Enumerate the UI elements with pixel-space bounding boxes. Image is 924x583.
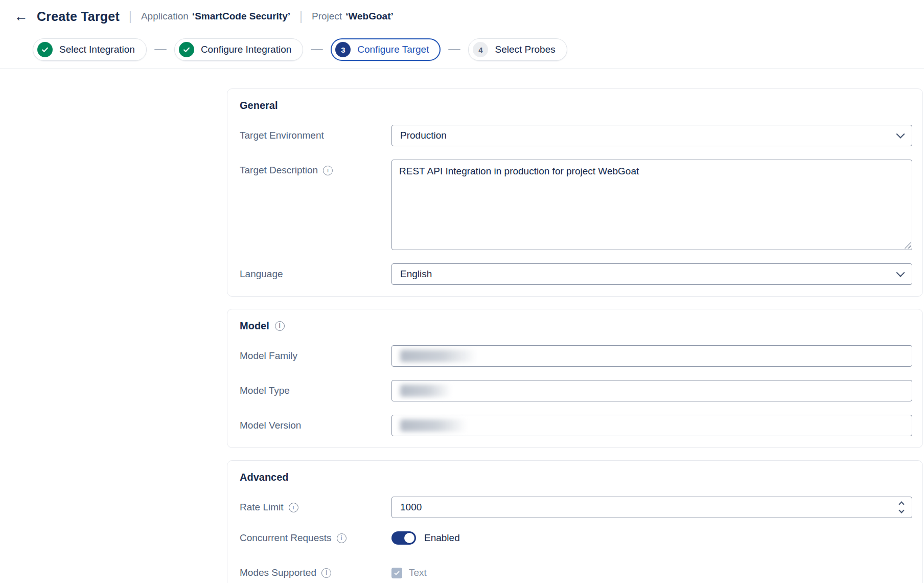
modes-supported-options: Text: [391, 566, 912, 579]
step-configure-integration[interactable]: Configure Integration: [174, 38, 303, 61]
breadcrumb-project-label: Project: [312, 11, 342, 22]
header-top-row: ← Create Target | Application ‘SmartCode…: [0, 2, 924, 31]
target-description-field-wrap: REST API Integration in production for p…: [391, 160, 912, 250]
language-select[interactable]: English: [391, 263, 912, 285]
modes-supported-label: Modes Supported i: [240, 567, 391, 578]
target-environment-value: Production: [400, 130, 447, 141]
mode-text-checkbox[interactable]: [391, 568, 402, 578]
advanced-section: Advanced Rate Limit i Concurrent Request…: [227, 460, 923, 583]
modes-supported-row: Modes Supported i Text: [240, 566, 912, 579]
step-connector: [311, 49, 323, 50]
target-description-row: Target Description i REST API Integratio…: [240, 160, 912, 250]
model-type-row: Model Type: [240, 380, 912, 401]
target-description-label: Target Description i: [240, 160, 391, 176]
redacted-value: [400, 350, 477, 362]
chevron-down-icon: [898, 507, 904, 513]
chevron-up-icon: [898, 501, 904, 507]
wizard-stepper: Select Integration Configure Integration…: [0, 31, 924, 69]
concurrent-requests-row: Concurrent Requests i Enabled: [240, 531, 912, 545]
info-icon[interactable]: i: [321, 568, 331, 578]
step-label: Configure Target: [357, 44, 429, 55]
back-arrow-icon[interactable]: ←: [11, 7, 31, 26]
model-version-label: Model Version: [240, 420, 391, 431]
advanced-section-title: Advanced: [240, 471, 912, 483]
chevron-down-icon: [896, 268, 905, 277]
breadcrumb-divider: |: [129, 10, 132, 24]
target-environment-label: Target Environment: [240, 130, 391, 141]
concurrent-requests-control: Enabled: [391, 531, 912, 545]
breadcrumb-divider: |: [299, 10, 303, 24]
step-connector: [154, 49, 167, 50]
chevron-down-icon: [896, 130, 905, 139]
breadcrumb-project-name: ‘WebGoat’: [345, 11, 394, 22]
mode-text-label: Text: [409, 567, 427, 578]
breadcrumb-app-label: Application: [141, 11, 189, 22]
target-environment-row: Target Environment Production: [240, 125, 912, 146]
model-section: Model i Model Family Model Type Model Ve…: [227, 309, 923, 448]
create-target-form: General Target Environment Production Ta…: [227, 88, 923, 583]
info-icon[interactable]: i: [289, 503, 298, 512]
concurrent-requests-label: Concurrent Requests i: [240, 532, 391, 544]
step-connector: [448, 49, 460, 50]
model-family-row: Model Family: [240, 345, 912, 367]
language-value: English: [400, 268, 432, 280]
concurrent-requests-toggle[interactable]: [391, 531, 416, 545]
breadcrumb-app-name: ‘SmartCode Security’: [192, 11, 290, 22]
target-environment-select[interactable]: Production: [391, 125, 912, 146]
check-circle-icon: [179, 42, 194, 57]
header-divider: [0, 69, 924, 69]
model-version-row: Model Version: [240, 415, 912, 436]
step-number-badge: 3: [335, 42, 351, 57]
number-stepper[interactable]: [899, 502, 904, 512]
info-icon[interactable]: i: [323, 166, 333, 175]
step-label: Select Integration: [59, 44, 135, 55]
model-type-label: Model Type: [240, 385, 391, 396]
language-label: Language: [240, 268, 391, 280]
page-title: Create Target: [37, 9, 120, 24]
language-row: Language English: [240, 263, 912, 285]
model-version-input[interactable]: [391, 415, 912, 436]
target-description-textarea[interactable]: REST API Integration in production for p…: [391, 160, 912, 250]
step-label: Configure Integration: [201, 44, 291, 55]
step-configure-target[interactable]: 3 Configure Target: [331, 38, 441, 61]
check-circle-icon: [37, 42, 53, 57]
step-select-integration[interactable]: Select Integration: [33, 38, 147, 61]
page-header: ← Create Target | Application ‘SmartCode…: [0, 2, 924, 69]
step-number-badge: 4: [473, 42, 488, 57]
model-type-input[interactable]: [391, 380, 912, 401]
general-section: General Target Environment Production Ta…: [227, 88, 923, 297]
concurrent-requests-status: Enabled: [424, 532, 460, 544]
rate-limit-input-wrap: [391, 497, 912, 518]
rate-limit-input[interactable]: [400, 502, 899, 513]
redacted-value: [400, 385, 451, 397]
model-family-label: Model Family: [240, 350, 391, 362]
rate-limit-row: Rate Limit i: [240, 497, 912, 518]
info-icon[interactable]: i: [337, 533, 346, 543]
general-section-title: General: [240, 99, 912, 111]
model-family-input[interactable]: [391, 345, 912, 367]
rate-limit-label: Rate Limit i: [240, 502, 391, 513]
toggle-knob: [404, 533, 414, 543]
redacted-value: [400, 419, 467, 432]
step-label: Select Probes: [495, 44, 555, 55]
step-select-probes[interactable]: 4 Select Probes: [468, 38, 567, 61]
model-section-title: Model i: [240, 320, 912, 332]
info-icon[interactable]: i: [275, 321, 285, 331]
